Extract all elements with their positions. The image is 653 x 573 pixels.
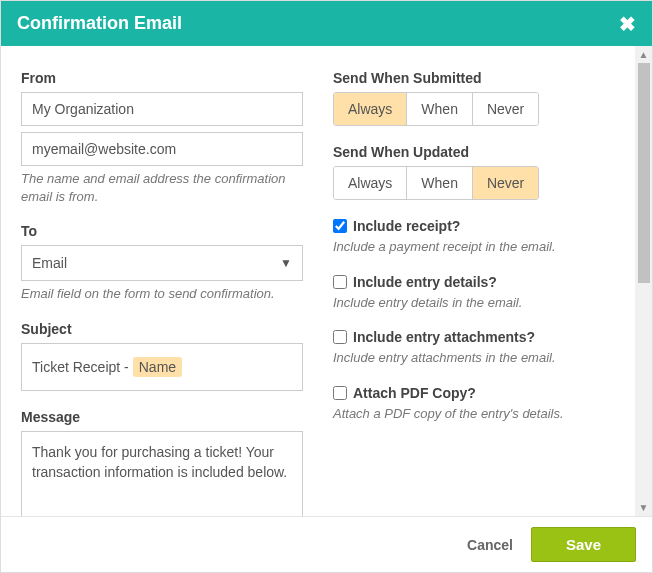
include-entry-details-helper: Include entry details in the email. [333,294,615,312]
include-entry-details-row: Include entry details? [333,274,615,290]
to-field-value: Email [32,255,67,271]
attach-pdf-checkbox[interactable] [333,386,347,400]
message-textarea[interactable]: Thank you for purchasing a ticket! Your … [21,431,303,516]
send-submitted-never[interactable]: Never [473,93,538,125]
send-updated-always[interactable]: Always [334,167,407,199]
include-receipt-section: Include receipt? Include a payment recei… [333,218,615,256]
subject-section: Subject Ticket Receipt - Name [21,321,303,391]
send-submitted-always[interactable]: Always [334,93,407,125]
to-label: To [21,223,303,239]
from-label: From [21,70,303,86]
modal-header: Confirmation Email ✖ [1,1,652,46]
include-attachments-label: Include entry attachments? [353,329,535,345]
modal-title: Confirmation Email [17,13,182,34]
attach-pdf-label: Attach PDF Copy? [353,385,476,401]
scroll-down-icon[interactable]: ▼ [635,499,652,516]
to-field-select[interactable]: Email ▼ [21,245,303,281]
include-entry-details-section: Include entry details? Include entry det… [333,274,615,312]
cancel-button[interactable]: Cancel [467,537,513,553]
include-receipt-helper: Include a payment receipt in the email. [333,238,615,256]
modal-footer: Cancel Save [1,516,652,572]
send-updated-group: Always When Never [333,166,539,200]
send-updated-label: Send When Updated [333,144,615,160]
from-helper: The name and email address the confirmat… [21,170,303,205]
save-button[interactable]: Save [531,527,636,562]
subject-merge-chip[interactable]: Name [133,357,182,377]
message-section: Message Thank you for purchasing a ticke… [21,409,303,516]
chevron-down-icon: ▼ [280,256,292,270]
from-org-input[interactable] [21,92,303,126]
attach-pdf-section: Attach PDF Copy? Attach a PDF copy of th… [333,385,615,423]
subject-input[interactable]: Ticket Receipt - Name [21,343,303,391]
attach-pdf-helper: Attach a PDF copy of the entry's details… [333,405,615,423]
include-receipt-label: Include receipt? [353,218,460,234]
close-icon[interactable]: ✖ [619,14,636,34]
include-attachments-checkbox[interactable] [333,330,347,344]
from-inputs [21,92,303,166]
send-updated-never[interactable]: Never [473,167,538,199]
from-section: From The name and email address the conf… [21,70,303,205]
include-receipt-row: Include receipt? [333,218,615,234]
attach-pdf-row: Attach PDF Copy? [333,385,615,401]
modal-body-wrap: From The name and email address the conf… [1,46,652,516]
send-submitted-section: Send When Submitted Always When Never [333,70,615,126]
send-updated-section: Send When Updated Always When Never [333,144,615,200]
include-entry-details-checkbox[interactable] [333,275,347,289]
message-label: Message [21,409,303,425]
subject-prefix-text: Ticket Receipt - [32,359,129,375]
send-submitted-group: Always When Never [333,92,539,126]
send-submitted-label: Send When Submitted [333,70,615,86]
scrollbar[interactable]: ▲ ▼ [635,46,652,516]
scroll-up-icon[interactable]: ▲ [635,46,652,63]
send-submitted-when[interactable]: When [407,93,473,125]
subject-label: Subject [21,321,303,337]
include-receipt-checkbox[interactable] [333,219,347,233]
include-attachments-helper: Include entry attachments in the email. [333,349,615,367]
include-entry-details-label: Include entry details? [353,274,497,290]
modal-body: From The name and email address the conf… [1,46,635,516]
modal-confirmation-email: Confirmation Email ✖ From The name and e… [0,0,653,573]
right-column: Send When Submitted Always When Never Se… [333,70,615,506]
include-attachments-row: Include entry attachments? [333,329,615,345]
from-email-input[interactable] [21,132,303,166]
scrollbar-thumb[interactable] [638,63,650,283]
send-updated-when[interactable]: When [407,167,473,199]
to-helper: Email field on the form to send confirma… [21,285,303,303]
left-column: From The name and email address the conf… [21,70,303,506]
include-attachments-section: Include entry attachments? Include entry… [333,329,615,367]
to-section: To Email ▼ Email field on the form to se… [21,223,303,303]
